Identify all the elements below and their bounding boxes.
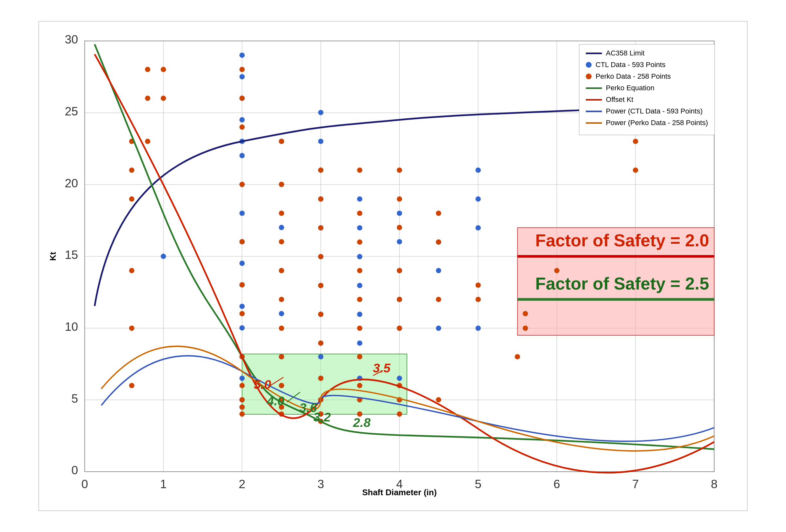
svg-point-45 [239, 304, 245, 309]
svg-point-98 [129, 383, 134, 388]
legend-power-ctl-line [586, 111, 602, 112]
factor-3-5-label: 3.5 [373, 361, 391, 375]
svg-point-119 [279, 239, 284, 245]
svg-point-75 [357, 283, 362, 288]
svg-point-120 [279, 268, 284, 273]
svg-point-99 [145, 67, 150, 72]
svg-point-97 [129, 326, 134, 331]
svg-point-166 [523, 326, 528, 331]
svg-point-118 [279, 211, 284, 216]
legend-offset-kt-label: Offset Kt [606, 95, 633, 104]
chart-area: Kt Shaft Diameter (in) [78, 41, 721, 472]
svg-point-159 [436, 239, 441, 245]
legend-ctl: CTL Data - 593 Points [586, 61, 708, 69]
svg-point-53 [279, 225, 284, 230]
svg-point-108 [239, 239, 245, 245]
svg-point-55 [279, 311, 284, 316]
svg-point-48 [239, 376, 245, 381]
svg-point-146 [357, 383, 362, 388]
svg-point-35 [239, 74, 245, 79]
x-axis-label: Shaft Diameter (in) [362, 487, 437, 498]
svg-point-100 [145, 96, 150, 101]
svg-point-95 [129, 196, 134, 202]
factor-4-label: 4.0 [267, 394, 285, 408]
legend-ctl-label: CTL Data - 593 Points [596, 61, 665, 69]
svg-point-168 [633, 168, 638, 173]
legend-perko-dot [586, 73, 592, 79]
svg-point-92 [476, 326, 481, 331]
chart-container: Kt Shaft Diameter (in) [38, 21, 748, 511]
svg-point-37 [239, 117, 245, 122]
factor-2-8-label: 2.8 [353, 416, 371, 430]
power-ctl-line [101, 356, 714, 441]
svg-point-88 [436, 326, 441, 331]
svg-point-145 [357, 354, 362, 359]
svg-point-151 [397, 225, 402, 230]
svg-point-157 [397, 411, 402, 417]
svg-point-89 [476, 168, 481, 173]
svg-point-167 [633, 139, 638, 144]
svg-text:5: 5 [475, 478, 482, 491]
legend-perko-eq-label: Perko Equation [606, 84, 654, 92]
svg-point-91 [476, 225, 481, 230]
svg-point-33 [161, 254, 166, 259]
legend-offset-kt-line [586, 99, 602, 100]
svg-point-117 [279, 182, 284, 187]
svg-point-158 [436, 211, 441, 216]
svg-point-76 [357, 312, 362, 317]
svg-text:3: 3 [318, 478, 324, 491]
svg-point-112 [239, 383, 245, 388]
svg-point-132 [318, 283, 323, 288]
svg-point-160 [436, 297, 441, 302]
svg-point-34 [239, 52, 245, 58]
svg-point-163 [476, 297, 481, 302]
svg-point-129 [318, 196, 323, 202]
svg-point-77 [357, 341, 362, 346]
legend-power-perko-label: Power (Perko Data - 258 Points) [606, 119, 708, 127]
fos-2-0-annotation: Factor of Safety = 2.0 [535, 231, 709, 250]
legend-power-perko: Power (Perko Data - 258 Points) [586, 119, 708, 127]
svg-point-149 [397, 168, 402, 173]
svg-point-124 [279, 383, 284, 388]
legend-perko-eq-line [586, 87, 602, 89]
svg-point-133 [318, 312, 323, 317]
svg-point-135 [318, 376, 323, 381]
factor-3-2-label: 3.2 [314, 410, 331, 424]
legend-perko-data-label: Perko Data - 258 Points [596, 72, 671, 80]
legend-power-ctl-label: Power (CTL Data - 593 Points) [606, 107, 702, 115]
factor-5-label: 5.0 [254, 377, 272, 391]
legend-ctl-dot [586, 62, 592, 68]
svg-text:20: 20 [65, 177, 78, 190]
legend-perko-data: Perko Data - 258 Points [586, 72, 708, 80]
svg-point-105 [239, 96, 245, 101]
svg-text:8: 8 [711, 478, 718, 491]
legend-perko-eq: Perko Equation [586, 84, 708, 92]
svg-point-60 [318, 139, 323, 144]
legend-ac358-label: AC358 Limit [606, 49, 645, 57]
svg-text:10: 10 [65, 320, 78, 333]
svg-text:15: 15 [65, 248, 78, 261]
svg-point-128 [318, 168, 323, 173]
svg-point-141 [357, 239, 362, 245]
svg-point-107 [239, 182, 245, 187]
svg-point-162 [476, 282, 481, 287]
svg-point-102 [161, 67, 166, 72]
svg-point-144 [357, 326, 362, 331]
svg-point-122 [279, 326, 284, 331]
svg-point-109 [239, 282, 245, 287]
svg-point-113 [239, 397, 245, 402]
svg-text:7: 7 [632, 478, 639, 491]
svg-point-131 [318, 254, 323, 259]
svg-text:0: 0 [81, 478, 88, 491]
svg-point-87 [436, 268, 441, 273]
svg-point-134 [318, 341, 323, 346]
svg-point-110 [239, 311, 245, 316]
svg-point-73 [357, 225, 362, 230]
legend-power-perko-line [586, 122, 602, 124]
svg-point-161 [436, 397, 441, 402]
svg-point-164 [515, 354, 520, 359]
svg-point-130 [318, 225, 323, 230]
svg-point-96 [129, 268, 134, 273]
svg-point-154 [397, 326, 402, 331]
y-tick-labels: 0 5 10 15 20 25 30 [65, 33, 78, 477]
